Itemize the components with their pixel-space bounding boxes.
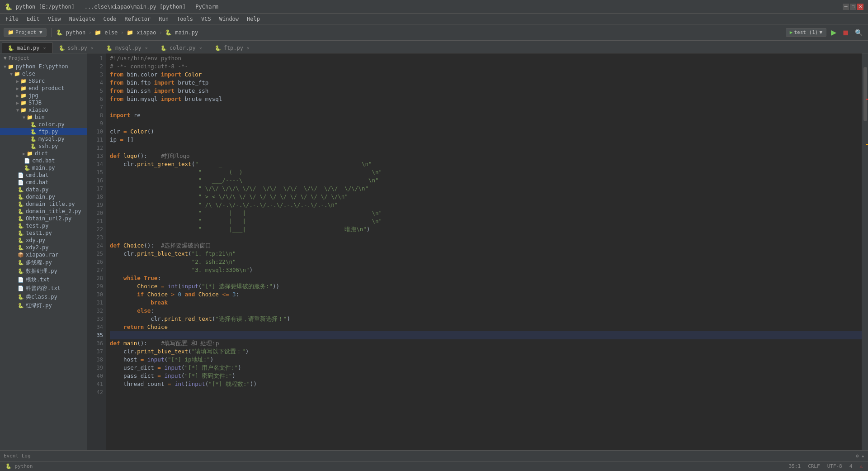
search-button[interactable]: 🔍	[853, 28, 864, 37]
sidebar-item-29[interactable]: 📄模块.txt	[0, 276, 87, 284]
code-line-15: " ( ) \n"	[110, 168, 862, 176]
sidebar-item-23[interactable]: 🐍test1.py	[0, 229, 87, 237]
tab-color-py[interactable]: 🐍color.py×	[155, 43, 209, 53]
sidebar-item-32[interactable]: 🐍红绿灯.py	[0, 301, 87, 310]
sidebar-item-17[interactable]: 🐍data.py	[0, 186, 87, 193]
line-number-2: 2	[90, 62, 103, 71]
title-bar-controls[interactable]: ─ □ ✕	[843, 4, 863, 10]
menu-item-navigate[interactable]: Navigate	[66, 15, 99, 23]
sidebar-item-19[interactable]: 🐍domain_title.py	[0, 200, 87, 208]
sidebar-item-14[interactable]: 🐍main.py	[0, 164, 87, 171]
line-number-5: 5	[90, 87, 103, 95]
menu-item-tools[interactable]: Tools	[173, 15, 197, 23]
menu-item-help[interactable]: Help	[243, 15, 264, 23]
tab-close-ssh.py[interactable]: ×	[90, 46, 94, 51]
right-scrollbar[interactable]	[862, 53, 868, 450]
run-config-selector[interactable]: ▶ test (1) ▼	[786, 28, 826, 37]
sidebar-item-27[interactable]: 🐍多线程.py	[0, 258, 87, 267]
line-ending[interactable]: CRLF	[808, 463, 820, 469]
sidebar-item-4[interactable]: ▶📁jpg	[0, 92, 87, 99]
expand-icon[interactable]: ▴	[861, 453, 864, 459]
sidebar-item-12[interactable]: ▶📁dict	[0, 150, 87, 157]
tree-label-12: dict	[35, 150, 48, 157]
sidebar-item-30[interactable]: 📄科普内容.txt	[0, 284, 87, 293]
tree-label-3: end product	[28, 85, 64, 91]
project-selector[interactable]: 📁 Project ▼	[4, 28, 47, 37]
line-number-33: 33	[90, 315, 103, 323]
breadcrumb-main[interactable]: 🐍 main.py	[165, 29, 198, 36]
tab-close-color.py[interactable]: ×	[198, 46, 203, 51]
breadcrumb-else[interactable]: 📁 else	[94, 29, 118, 36]
sidebar-item-6[interactable]: ▼📁xiapao	[0, 106, 87, 114]
menu-item-file[interactable]: File	[2, 15, 22, 23]
breadcrumb-xiapao[interactable]: 📁 xiapao	[127, 29, 156, 36]
sidebar-item-22[interactable]: 🐍test.py	[0, 222, 87, 229]
minimize-button[interactable]: ─	[843, 4, 849, 10]
sidebar-item-16[interactable]: 📄cmd.bat	[0, 179, 87, 186]
sidebar-item-13[interactable]: 📄cmd.bat	[0, 157, 87, 164]
menu-item-vcs[interactable]: VCS	[198, 15, 215, 23]
sidebar-item-21[interactable]: 🐍Obtain_url2.py	[0, 215, 87, 222]
sidebar-item-31[interactable]: 🐍类class.py	[0, 293, 87, 301]
tree-icon-4: 📁	[20, 93, 27, 99]
sidebar-item-9[interactable]: 🐍ftp.py	[0, 128, 87, 135]
stop-button[interactable]: ◼	[841, 27, 850, 38]
sidebar-item-25[interactable]: 🐍xdy2.py	[0, 244, 87, 251]
sidebar-item-10[interactable]: 🐍mysql.py	[0, 135, 87, 143]
tree-label-32: 红绿灯.py	[26, 302, 52, 309]
tree-arrow-5: ▶	[16, 100, 19, 105]
tree-icon-14: 🐍	[24, 165, 30, 171]
breadcrumb-python[interactable]: 🐍 python	[56, 29, 86, 36]
sidebar-item-3[interactable]: ▶📁end product	[0, 85, 87, 92]
tab-label-color.py: color.py	[170, 45, 196, 51]
menu-item-window[interactable]: Window	[216, 15, 242, 23]
sidebar-item-1[interactable]: ▼📁else	[0, 70, 87, 77]
tree-label-24: xdy.py	[26, 237, 45, 243]
toolbar: 📁 Project ▼ 🐍 python › 📁 else › 📁 xiapao…	[0, 24, 868, 41]
cursor-position[interactable]: 35:1	[789, 463, 801, 469]
menu-item-view[interactable]: View	[44, 15, 65, 23]
sidebar-item-0[interactable]: ▼📁python E:\python	[0, 63, 87, 70]
menu-item-run[interactable]: Run	[155, 15, 172, 23]
code-content[interactable]: #!/usr/bin/env python# -*- conding:utf-8…	[106, 53, 862, 450]
tab-icon-ftp.py: 🐍	[215, 45, 221, 51]
run-config-label: test (1)	[794, 29, 818, 35]
line-number-7: 7	[90, 103, 103, 111]
code-line-19: " /\ \/-.\/-.\/.-.\/.-.\/.-.\/.-.\/.-.\n…	[110, 201, 862, 209]
sidebar-item-28[interactable]: 🐍数据处理.py	[0, 267, 87, 276]
sidebar-item-18[interactable]: 🐍domain.py	[0, 193, 87, 200]
sidebar-item-7[interactable]: ▼📁bin	[0, 114, 87, 121]
tab-ssh-py[interactable]: 🐍ssh.py×	[53, 43, 100, 53]
sidebar-item-2[interactable]: ▶📁58src	[0, 77, 87, 85]
tab-close-ftp.py[interactable]: ×	[246, 46, 250, 51]
tree-arrow-1: ▼	[10, 71, 13, 76]
menu-item-refactor[interactable]: Refactor	[121, 15, 154, 23]
tab-close-mysql.py[interactable]: ×	[144, 46, 149, 51]
run-button[interactable]: ▶	[829, 27, 838, 38]
tab-ftp-py[interactable]: 🐍ftp.py×	[209, 43, 256, 53]
code-line-2: # -*- conding:utf-8 -*-	[110, 62, 862, 71]
tab-mysql-py[interactable]: 🐍mysql.py×	[100, 43, 155, 53]
line-number-39: 39	[90, 364, 103, 372]
encoding[interactable]: UTF-8	[827, 463, 842, 469]
sidebar-item-15[interactable]: 📄cmd.bat	[0, 171, 87, 179]
sidebar-item-5[interactable]: ▶📁STJB	[0, 99, 87, 106]
indent-indicator: 4	[849, 463, 853, 469]
tab-close-main.py[interactable]: ×	[42, 46, 47, 51]
sidebar-item-8[interactable]: 🐍color.py	[0, 121, 87, 128]
tree-icon-22: 🐍	[18, 223, 24, 229]
settings-icon[interactable]: ⚙	[856, 453, 859, 459]
tab-main-py[interactable]: 🐍main.py×	[2, 43, 53, 53]
code-line-11: ip = []	[110, 136, 862, 144]
maximize-button[interactable]: □	[850, 4, 856, 10]
close-button[interactable]: ✕	[857, 4, 863, 10]
tree-icon-27: 🐍	[18, 260, 24, 266]
event-log-label[interactable]: Event Log	[4, 453, 31, 459]
menu-item-edit[interactable]: Edit	[23, 15, 43, 23]
tree-icon-21: 🐍	[18, 216, 24, 222]
menu-item-code[interactable]: Code	[100, 15, 120, 23]
sidebar-item-20[interactable]: 🐍domain_title_2.py	[0, 208, 87, 215]
sidebar-item-24[interactable]: 🐍xdy.py	[0, 237, 87, 244]
sidebar-item-11[interactable]: 🐍ssh.py	[0, 143, 87, 150]
sidebar-item-26[interactable]: 📦xiapao.rar	[0, 251, 87, 258]
